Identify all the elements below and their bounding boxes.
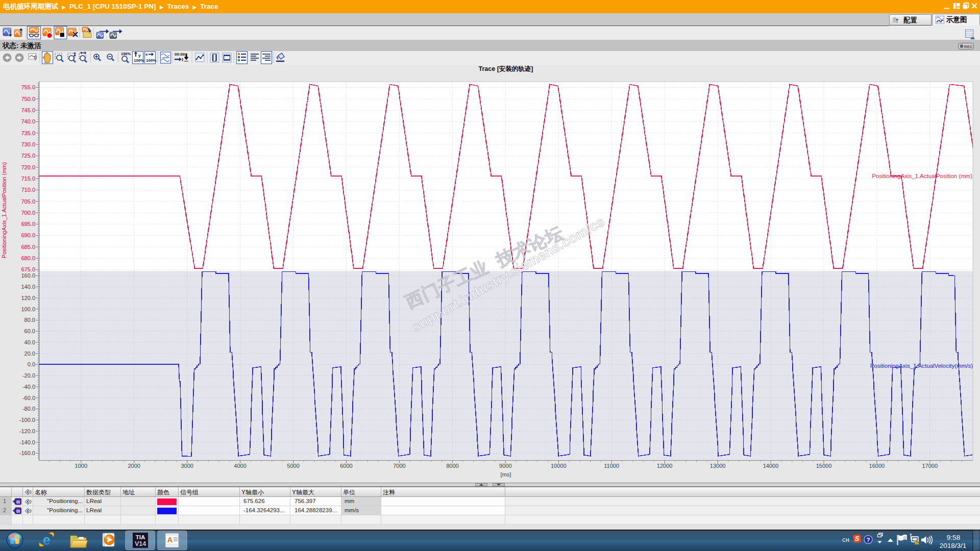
- svg-text:2018/3/1: 2018/3/1: [940, 542, 967, 549]
- svg-text:4000: 4000: [234, 463, 246, 469]
- svg-text:710.0: 710.0: [21, 187, 35, 193]
- svg-text:-80.0: -80.0: [22, 406, 35, 412]
- svg-text:S: S: [855, 535, 860, 542]
- svg-text:A: A: [167, 535, 173, 544]
- svg-text:100%: 100%: [146, 58, 156, 63]
- svg-text:2000: 2000: [128, 463, 140, 469]
- svg-text:t: t: [182, 57, 183, 62]
- svg-text:-100.0: -100.0: [19, 417, 35, 423]
- svg-text:725.0: 725.0: [21, 153, 35, 159]
- svg-text:12000: 12000: [657, 463, 673, 469]
- svg-text:750.0: 750.0: [21, 96, 35, 102]
- svg-text:x: x: [145, 52, 148, 57]
- svg-text:-160.0: -160.0: [19, 450, 35, 456]
- svg-text:15000: 15000: [816, 463, 832, 469]
- svg-text:720.0: 720.0: [21, 164, 35, 170]
- svg-text:755.0: 755.0: [21, 84, 35, 90]
- svg-text:6000: 6000: [340, 463, 352, 469]
- svg-text:685.0: 685.0: [21, 244, 35, 250]
- svg-text:120.0: 120.0: [21, 295, 35, 301]
- svg-text:100%: 100%: [134, 58, 144, 63]
- svg-text:13000: 13000: [710, 463, 726, 469]
- svg-text:60.0: 60.0: [24, 328, 35, 334]
- svg-text:10000: 10000: [551, 463, 567, 469]
- svg-text:[ms]: [ms]: [501, 471, 511, 478]
- svg-text:PositioningAxis_1.ActualVeloci: PositioningAxis_1.ActualVelocity(mm/s): [870, 363, 973, 369]
- svg-text:TIA: TIA: [136, 534, 145, 540]
- svg-text:7000: 7000: [393, 463, 405, 469]
- svg-text:20.0: 20.0: [24, 350, 35, 357]
- svg-text:17000: 17000: [922, 463, 938, 469]
- svg-text:3000: 3000: [181, 463, 193, 469]
- svg-text:705.0: 705.0: [21, 198, 35, 205]
- svg-text:-40.0: -40.0: [22, 384, 35, 390]
- svg-text:160.0: 160.0: [21, 272, 35, 279]
- svg-text:100.0: 100.0: [21, 306, 35, 312]
- svg-text:-140.0: -140.0: [19, 439, 35, 445]
- svg-text:9:58: 9:58: [947, 534, 960, 541]
- svg-text:PositioningAxis_1.ActualPositi: PositioningAxis_1.ActualPosition (mm): [1, 162, 7, 258]
- svg-text:CH: CH: [842, 537, 849, 543]
- svg-text:?: ?: [866, 537, 870, 543]
- svg-text:-20.0: -20.0: [22, 372, 35, 379]
- svg-text:!: !: [916, 540, 918, 545]
- svg-text:1000: 1000: [75, 463, 87, 469]
- svg-text:0.0: 0.0: [28, 361, 35, 367]
- svg-text:715.0: 715.0: [21, 176, 35, 182]
- svg-text:80.0: 80.0: [24, 317, 35, 323]
- svg-text:690.0: 690.0: [21, 232, 35, 238]
- svg-text:730.0: 730.0: [21, 141, 35, 147]
- svg-text:100%: 100%: [121, 52, 131, 56]
- svg-text:700.0: 700.0: [21, 210, 35, 216]
- svg-text:y: y: [138, 53, 141, 58]
- svg-text:695.0: 695.0: [21, 221, 35, 227]
- svg-text:8000: 8000: [446, 463, 458, 469]
- svg-text:40.0: 40.0: [24, 339, 35, 345]
- svg-text:745.0: 745.0: [21, 107, 35, 113]
- svg-text:9000: 9000: [499, 463, 511, 469]
- svg-text:14000: 14000: [763, 463, 779, 469]
- svg-text:PositioningAxis_1.ActualPositi: PositioningAxis_1.ActualPosition (mm): [872, 173, 972, 179]
- svg-text:11000: 11000: [604, 463, 619, 469]
- svg-text:5000: 5000: [287, 463, 299, 469]
- svg-text:00:00: 00:00: [175, 52, 185, 57]
- svg-text:16000: 16000: [869, 463, 885, 469]
- svg-text:-120.0: -120.0: [19, 428, 35, 434]
- svg-text:0I: 0I: [16, 509, 20, 514]
- svg-text:680.0: 680.0: [21, 255, 35, 261]
- svg-text:0I: 0I: [16, 499, 20, 505]
- svg-text:740.0: 740.0: [21, 118, 35, 124]
- svg-text:735.0: 735.0: [21, 130, 35, 136]
- svg-text:140.0: 140.0: [21, 284, 35, 290]
- svg-text:675.0: 675.0: [21, 266, 35, 272]
- svg-text:V14: V14: [135, 540, 146, 547]
- svg-text:-60.0: -60.0: [22, 395, 35, 401]
